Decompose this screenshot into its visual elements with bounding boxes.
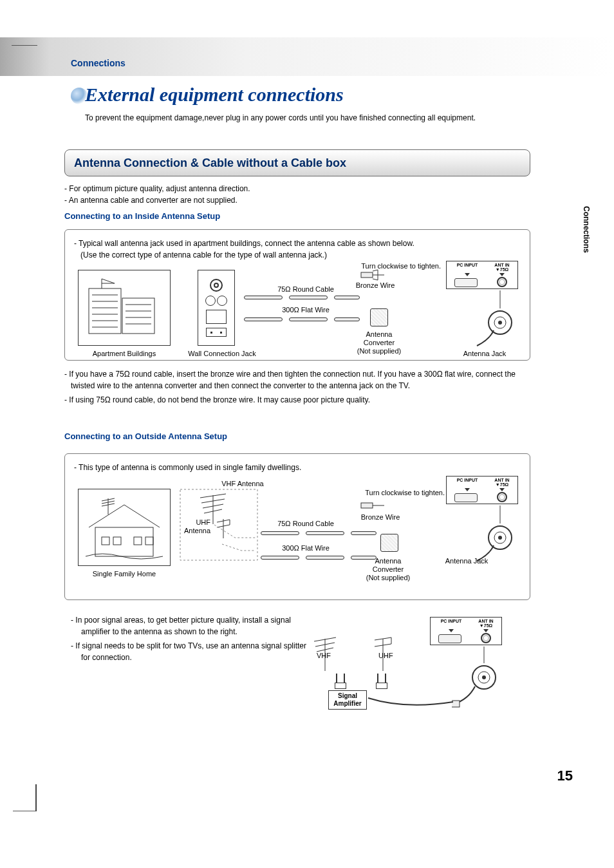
- header-section-label: Connections: [71, 58, 126, 68]
- pc-input-label-3: PC INPUT: [438, 619, 464, 623]
- page-number: 15: [557, 768, 573, 784]
- converter-l2: Converter: [364, 339, 395, 346]
- flat-wire-label-2: 300Ω Flat Wire: [267, 544, 344, 552]
- jack-cable-icon: [470, 290, 516, 348]
- ant-in-label-2: ANT IN ▼75Ω: [490, 478, 514, 487]
- ant-in3-l2: ▼75Ω: [479, 623, 492, 628]
- section-heading-band: Antenna Connection & Cable without a Cab…: [64, 149, 530, 176]
- svg-point-38: [498, 536, 502, 540]
- coax-jack-icon: [210, 279, 223, 292]
- inside-post-note-1: - If you have a 75Ω round cable, insert …: [64, 368, 530, 392]
- apartment-illustration: [78, 270, 171, 346]
- cable-round2-seg3: [351, 531, 377, 535]
- title-bullet-icon: [71, 88, 88, 104]
- section-heading: Antenna Connection & Cable without a Cab…: [74, 156, 346, 170]
- ant-in-label-3: ANT IN ▼75Ω: [474, 619, 498, 628]
- outside-diagram: Single Family Home VHF Antenna UHF Anten…: [74, 480, 521, 596]
- svg-rect-19: [102, 537, 109, 545]
- vhf-mini-label: VHF: [317, 652, 331, 659]
- screw-jack-icon: [205, 296, 227, 306]
- ant-in-label: ANT IN ▼75Ω: [490, 263, 514, 272]
- tighten-label: Turn clockwise to tighten.: [338, 262, 441, 270]
- cable-flat2-seg1: [261, 556, 299, 560]
- intro-note-2: - An antenna cable and converter are not…: [64, 194, 250, 206]
- svg-rect-12: [361, 272, 373, 278]
- arrow-down-icon: [449, 629, 454, 632]
- side-tab-label: Connections: [582, 206, 591, 253]
- manual-page: Connections External equipment connectio…: [0, 0, 614, 868]
- conv2-l2: Converter: [373, 565, 404, 573]
- jack-cable-icon-2: [470, 505, 516, 563]
- svg-rect-33: [361, 503, 373, 508]
- cable-round-seg3: [334, 296, 360, 299]
- svg-rect-21: [134, 537, 142, 545]
- ant-in3-l1: ANT IN: [478, 619, 493, 623]
- converter-l1: Antenna: [366, 330, 393, 338]
- inside-frame-note-line2: (Use the correct type of antenna cable f…: [80, 250, 327, 259]
- page-subtitle: To prevent the equipment damage,never pl…: [85, 113, 476, 122]
- arrow-down-icon: [465, 488, 470, 491]
- house-label: Single Family Home: [78, 570, 171, 578]
- converter-label: Antenna Converter (Not supplied): [353, 330, 405, 356]
- plug-tip-icon: [360, 269, 387, 281]
- cable-flat-seg1: [244, 317, 283, 321]
- outside-frame: - This type of antenna is commonly used …: [64, 453, 530, 600]
- amplifier-diagram: VHF UHF Signal Amplifier PC INPUT ANT IN…: [302, 613, 534, 722]
- svg-rect-1: [122, 298, 154, 334]
- svg-rect-18: [95, 527, 153, 556]
- coax-port-icon: [497, 277, 507, 287]
- svg-point-47: [482, 675, 486, 679]
- vga-port-icon: [454, 278, 478, 287]
- tv-rear-panel: PC INPUT ANT IN ▼75Ω: [446, 261, 518, 289]
- plug-icon: [206, 328, 227, 337]
- bottom-corner-rule-v: [35, 784, 37, 811]
- pc-input-label: PC INPUT: [454, 263, 480, 267]
- corner-rule: [12, 45, 37, 46]
- inside-diagram: Apartment Buildings Wall Connection Jack…: [74, 267, 521, 364]
- apartment-label: Apartment Buildings: [78, 350, 171, 357]
- antenna-jack-label-2: Antenna Jack: [434, 557, 499, 565]
- round-cable-label: 75Ω Round Cable: [267, 285, 344, 293]
- converter-label-2: Antenna Converter (Not supplied): [362, 557, 414, 583]
- uhf-mini-label: UHF: [378, 652, 393, 659]
- arrow-down-icon: [499, 273, 505, 276]
- combiner-dashed-icon: [177, 486, 261, 563]
- bottom-corner-rule-h: [13, 811, 35, 811]
- outside-tips: - In poor signal areas, to get better pi…: [71, 614, 315, 663]
- plug-tip-icon-2: [360, 499, 387, 512]
- jack-cable-icon-3: [452, 646, 503, 711]
- amp-to-jack-cable: [367, 690, 457, 716]
- wall-jack-label: Wall Connection Jack: [183, 350, 261, 357]
- conv2-l1: Antenna: [375, 557, 402, 565]
- bronze-label: Bronze Wire: [349, 281, 401, 289]
- intro-note-1: - For optimum picture quality, adjust an…: [64, 183, 250, 194]
- inside-post-note-2: - If using 75Ω round cable, do not bend …: [64, 394, 530, 406]
- cable-round2-seg1: [261, 531, 299, 535]
- inside-heading: Connecting to an Inside Antenna Setup: [64, 211, 220, 221]
- inside-frame-note: - Typical wall antenna jack used in apar…: [74, 238, 521, 261]
- wall-jack-illustration: [198, 270, 235, 346]
- ant-in2-l2: ▼75Ω: [496, 482, 508, 487]
- tv-rear-panel-3: PC INPUT ANT IN ▼75Ω: [430, 617, 502, 645]
- bronze-label-2: Bronze Wire: [355, 513, 406, 521]
- page-title: External equipment connections: [71, 84, 344, 106]
- cable-flat-seg2: [289, 317, 328, 321]
- ant-in2-l1: ANT IN: [494, 478, 509, 482]
- signal-amplifier-box: Signal Amplifier: [328, 690, 367, 710]
- flat-wire-label: 300Ω Flat Wire: [267, 306, 344, 314]
- inside-frame-note-line1: - Typical wall antenna jack used in apar…: [74, 239, 414, 248]
- pc-input-label-2: PC INPUT: [454, 478, 480, 482]
- inside-post-notes: - If you have a 75Ω round cable, insert …: [64, 368, 530, 406]
- round-cable-label-2: 75Ω Round Cable: [267, 520, 344, 527]
- house-icon: [82, 492, 166, 563]
- building-icon: [82, 276, 166, 340]
- converter-icon-2: [380, 534, 398, 552]
- outside-frame-note: - This type of antenna is commonly used …: [74, 462, 521, 473]
- converter-l3: (Not supplied): [357, 347, 401, 355]
- conv2-l3: (Not supplied): [366, 574, 410, 581]
- outside-heading: Connecting to an Outside Antenna Setup: [64, 431, 227, 441]
- amp-l1: Signal: [338, 692, 357, 699]
- outside-tip-1: - In poor signal areas, to get better pi…: [71, 614, 315, 637]
- svg-point-17: [498, 321, 502, 325]
- amp-connector2: [376, 683, 387, 689]
